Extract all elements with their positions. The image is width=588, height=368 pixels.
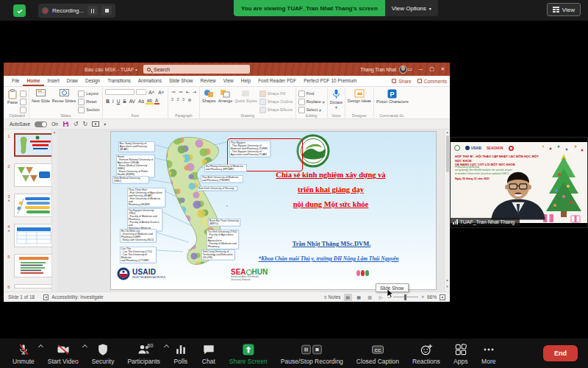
polls-button[interactable]: Polls: [167, 339, 195, 368]
slide-1[interactable]: Chia sẻ kinh nghiệm xây dựng và triển kh…: [110, 131, 437, 290]
stop-recording-button[interactable]: [101, 6, 112, 15]
start-video-button[interactable]: Start Video: [41, 339, 85, 368]
start-slideshow-button[interactable]: [92, 121, 99, 127]
section-button[interactable]: Section: [78, 107, 99, 113]
replace-button[interactable]: Replace ▾: [298, 99, 325, 105]
slide-thumbnail-6[interactable]: [14, 284, 54, 289]
security-button[interactable]: Security: [85, 339, 121, 368]
view-options-button[interactable]: View Options ▾: [385, 0, 438, 16]
more-button[interactable]: More: [475, 339, 503, 368]
arrange-button[interactable]: Arrange: [218, 89, 233, 113]
tab-draw[interactable]: Draw: [63, 76, 82, 86]
minimize-button[interactable]: ─: [415, 67, 426, 72]
zoom-level[interactable]: 66%: [427, 294, 437, 300]
bold-button[interactable]: B: [105, 99, 111, 104]
shapes-button[interactable]: Shapes: [202, 89, 216, 113]
align-center-button[interactable]: ≡: [176, 97, 180, 102]
tab-animations[interactable]: Animations: [135, 76, 165, 86]
strikethrough-button[interactable]: S: [122, 99, 127, 104]
quick-styles-button[interactable]: Quick Styles: [234, 89, 257, 113]
tab-perfect-pdf-10-premium[interactable]: Perfect PDF 10 Premium: [300, 76, 360, 86]
autosave-toggle[interactable]: [35, 121, 47, 127]
slide-thumbnail-1[interactable]: [14, 133, 54, 157]
tab-help[interactable]: Help: [237, 76, 254, 86]
tab-design[interactable]: Design: [82, 76, 104, 86]
tab-file[interactable]: File: [8, 76, 23, 86]
slide-thumbnail-5[interactable]: [14, 254, 54, 277]
account-area[interactable]: Thang Tran Nhat: [360, 63, 407, 76]
pause-recording-button[interactable]: [87, 6, 98, 15]
tab-home[interactable]: Home: [23, 76, 43, 86]
redo-button[interactable]: ↻: [83, 121, 88, 127]
ribbon-display-options-button[interactable]: ▭: [404, 66, 415, 72]
slide-thumbnail-4[interactable]: [14, 224, 54, 247]
previous-slide-button[interactable]: ▴: [446, 277, 448, 282]
pause-stop-recording-button[interactable]: Pause/Stop Recording: [274, 339, 350, 368]
undo-button[interactable]: ↺: [74, 121, 79, 127]
dictate-button[interactable]: Dictate ▾: [330, 89, 343, 113]
search-input[interactable]: Search: [143, 65, 250, 74]
tab-slide-show[interactable]: Slide Show: [165, 76, 197, 86]
italic-button[interactable]: I: [111, 99, 115, 104]
find-button[interactable]: Find: [298, 91, 325, 97]
slide-thumbnail-2[interactable]: [14, 163, 54, 187]
end-button[interactable]: End: [543, 345, 578, 361]
align-left-button[interactable]: ≡: [171, 97, 175, 102]
grow-font-button[interactable]: A˄: [148, 90, 156, 95]
zoom-in-button[interactable]: +: [421, 294, 424, 300]
comments-button[interactable]: Comments: [417, 79, 447, 84]
next-slide-button[interactable]: ▾: [446, 284, 448, 289]
view-button[interactable]: View: [547, 3, 581, 16]
thumbnail-scrollbar[interactable]: ▴: [51, 130, 57, 291]
shape-outline-button[interactable]: Shape Outline: [259, 99, 293, 105]
reset-button[interactable]: Reset: [78, 99, 99, 105]
underline-button[interactable]: U: [115, 99, 121, 104]
customize-qat-button[interactable]: ▾: [104, 121, 106, 127]
share-screen-button[interactable]: Share Screen: [223, 339, 274, 368]
align-right-button[interactable]: ≡: [182, 97, 186, 102]
slideshow-view-button[interactable]: ▷: [377, 294, 385, 301]
copy-button[interactable]: [20, 99, 26, 105]
reuse-slides-button[interactable]: Reuse Slides: [52, 89, 76, 113]
shape-fill-button[interactable]: Shape Fill: [259, 91, 293, 97]
restore-button[interactable]: ▢: [426, 66, 437, 72]
tab-review[interactable]: Review: [196, 76, 219, 86]
format-painter-button[interactable]: [20, 107, 26, 113]
closed-caption-button[interactable]: CCClosed Caption: [350, 339, 406, 368]
pixton-characters-button[interactable]: P Pixton Characters: [376, 89, 409, 113]
zoom-slider[interactable]: [393, 297, 418, 298]
design-ideas-button[interactable]: Design Ideas: [348, 89, 371, 113]
paste-button[interactable]: Paste: [7, 89, 18, 113]
unmute-button[interactable]: Unmute: [6, 339, 41, 368]
share-button[interactable]: Share: [392, 79, 411, 84]
justify-button[interactable]: ≣: [187, 97, 192, 102]
notes-button[interactable]: ≡Notes: [324, 294, 341, 300]
bullets-button[interactable]: ≔: [171, 89, 176, 94]
new-slide-button[interactable]: New Slide: [32, 89, 50, 113]
tab-transitions[interactable]: Transitions: [104, 76, 135, 86]
tab-view[interactable]: View: [220, 76, 237, 86]
cut-button[interactable]: [20, 91, 26, 97]
indent-increase-button[interactable]: ⇥: [192, 89, 197, 94]
shrink-font-button[interactable]: A˅: [157, 90, 165, 95]
participants-button[interactable]: 60Participants: [121, 339, 166, 368]
shape-effects-button[interactable]: Shape Effects: [259, 107, 293, 113]
highlight-color-button[interactable]: ab: [146, 98, 153, 105]
slide-sorter-view-button[interactable]: ▦: [355, 294, 363, 301]
proofing-icon[interactable]: [43, 294, 49, 300]
tab-foxit-reader-pdf[interactable]: Foxit Reader PDF: [254, 76, 300, 86]
save-button[interactable]: [62, 121, 69, 127]
character-spacing-button[interactable]: AV: [128, 99, 136, 104]
font-color-button[interactable]: A: [154, 98, 159, 105]
slide-thumbnail-3[interactable]: [14, 194, 54, 217]
reading-view-button[interactable]: ▥: [366, 294, 374, 301]
normal-view-button[interactable]: ▤: [344, 294, 352, 301]
change-case-button[interactable]: Aa: [137, 99, 145, 104]
chat-button[interactable]: Chat: [195, 339, 223, 368]
reactions-button[interactable]: Reactions: [406, 339, 447, 368]
tab-insert[interactable]: Insert: [44, 76, 63, 86]
accessibility-status[interactable]: Accessibility: Investigate: [51, 294, 103, 300]
fit-slide-button[interactable]: [440, 294, 445, 300]
indent-decrease-button[interactable]: ⇤: [185, 89, 190, 94]
select-button[interactable]: Select ▾: [298, 107, 325, 113]
